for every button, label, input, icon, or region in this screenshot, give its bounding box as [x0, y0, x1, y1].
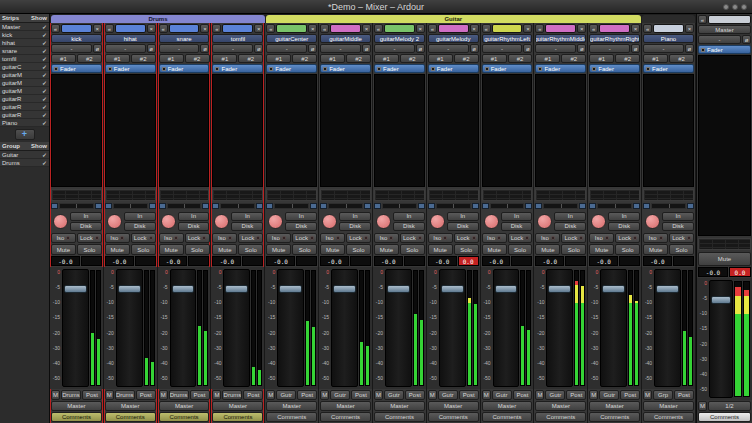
solo-lock-button[interactable]: Lock	[669, 233, 694, 243]
input-button[interactable]: -	[482, 44, 523, 53]
show-checkbox[interactable]: ✓	[42, 63, 47, 70]
panner[interactable]	[212, 202, 263, 210]
narrow-toggle-icon[interactable]: «	[698, 15, 707, 24]
pan-track[interactable]	[167, 203, 202, 209]
io1-button[interactable]: #1	[374, 54, 399, 63]
gain-display[interactable]: -0.0	[428, 256, 457, 266]
gain-fader[interactable]	[385, 269, 412, 387]
trim-knob[interactable]	[430, 214, 445, 229]
metering-button[interactable]: M	[212, 390, 221, 400]
metering-button[interactable]: M	[266, 390, 275, 400]
group-tab[interactable]: Drums	[51, 15, 265, 23]
gain-fader[interactable]	[654, 269, 681, 387]
peak-display[interactable]	[242, 256, 263, 266]
input-button[interactable]: -	[428, 44, 469, 53]
io2-button[interactable]: #2	[77, 54, 102, 63]
io1-button[interactable]: #1	[535, 54, 560, 63]
mute-button[interactable]: Mute	[105, 244, 130, 255]
fader-processor-entry[interactable]: Fader	[589, 64, 640, 73]
add-strip-button[interactable]: +	[15, 129, 35, 140]
comments-button[interactable]: Comments	[212, 412, 263, 422]
input-button[interactable]: -	[374, 44, 415, 53]
solo-isolate-button[interactable]: Iso	[159, 233, 184, 243]
monitor-input-button[interactable]: In	[554, 212, 586, 221]
solo-isolate-button[interactable]: Iso	[374, 233, 399, 243]
narrow-toggle-icon[interactable]: «	[589, 24, 598, 33]
solo-button[interactable]: Solo	[400, 244, 425, 255]
mute-button[interactable]: Mute	[428, 244, 453, 255]
mute-button[interactable]: Mute	[51, 244, 76, 255]
pan-track[interactable]	[597, 203, 632, 209]
strip-color-bar[interactable]	[653, 24, 684, 33]
processor-led[interactable]	[377, 67, 381, 71]
sidebar-list-item[interactable]: tomfil✓	[0, 55, 49, 63]
output-button[interactable]: Master	[159, 401, 210, 411]
comments-button[interactable]: Comments	[105, 412, 156, 422]
input-button[interactable]: -	[535, 44, 576, 53]
processor-led[interactable]	[485, 67, 489, 71]
metering-button[interactable]: M	[643, 390, 652, 400]
strip-name-button[interactable]: guitarCenter	[266, 34, 317, 43]
fader-handle[interactable]	[387, 285, 410, 293]
fader-processor-entry[interactable]: Fader	[374, 64, 425, 73]
show-checkbox[interactable]: ✓	[42, 71, 47, 78]
processor-box[interactable]	[535, 74, 586, 187]
group-button[interactable]: Gutr	[384, 390, 404, 400]
sidebar-list-item[interactable]: Piano✓	[0, 119, 49, 127]
show-checkbox[interactable]: ✓	[42, 55, 47, 62]
solo-lock-button[interactable]: Lock	[508, 233, 533, 243]
comments-button[interactable]: Comments	[374, 412, 425, 422]
comments-button[interactable]: Comments	[589, 412, 640, 422]
output-routing-grid[interactable]	[643, 189, 694, 201]
output-button[interactable]: Master	[212, 401, 263, 411]
gain-display[interactable]: -0.0	[212, 256, 241, 266]
processor-box[interactable]	[320, 74, 371, 187]
peak-display[interactable]: 0.0	[458, 256, 479, 266]
phase-icon[interactable]: ø	[200, 44, 209, 53]
io1-button[interactable]: #1	[51, 54, 76, 63]
peak-display[interactable]	[81, 256, 102, 266]
fader-processor-entry[interactable]: Fader	[428, 64, 479, 73]
sidebar-list-item[interactable]: kick✓	[0, 31, 49, 39]
processor-box[interactable]	[589, 74, 640, 187]
strip-color-bar[interactable]	[384, 24, 415, 33]
peak-display[interactable]: 0.0	[729, 267, 751, 277]
io2-button[interactable]: #2	[346, 54, 371, 63]
strip-color-bar[interactable]	[61, 24, 92, 33]
output-button[interactable]: Master	[266, 401, 317, 411]
processor-led[interactable]	[538, 67, 542, 71]
io2-button[interactable]: #2	[615, 54, 640, 63]
fader-processor-entry[interactable]: Fader	[51, 64, 102, 73]
show-checkbox[interactable]: ✓	[42, 151, 47, 158]
panner[interactable]	[535, 202, 586, 210]
phase-icon[interactable]: ø	[742, 35, 751, 44]
output-button[interactable]: 1/2	[708, 401, 751, 411]
group-button[interactable]: Gutr	[276, 390, 296, 400]
phase-icon[interactable]: ø	[470, 44, 479, 53]
trim-knob[interactable]	[484, 214, 499, 229]
close-icon[interactable]: ×	[523, 24, 532, 33]
fader-handle[interactable]	[441, 285, 464, 293]
output-button[interactable]: Master	[428, 401, 479, 411]
metering-button[interactable]: M	[159, 390, 168, 400]
comments-button[interactable]: Comments	[482, 412, 533, 422]
input-button[interactable]: -	[320, 44, 361, 53]
io1-button[interactable]: #1	[105, 54, 130, 63]
solo-button[interactable]: Solo	[508, 244, 533, 255]
solo-lock-button[interactable]: Lock	[185, 233, 210, 243]
comments-button[interactable]: Comments	[266, 412, 317, 422]
narrow-toggle-icon[interactable]: «	[266, 24, 275, 33]
meter-point-button[interactable]: Post	[82, 390, 102, 400]
panner[interactable]	[589, 202, 640, 210]
sidebar-list-item[interactable]: Master✓	[0, 23, 49, 31]
trim-knob[interactable]	[537, 214, 552, 229]
trim-knob[interactable]	[645, 214, 660, 229]
narrow-toggle-icon[interactable]: «	[374, 24, 383, 33]
fader-handle[interactable]	[711, 296, 731, 304]
panner[interactable]	[428, 202, 479, 210]
show-checkbox[interactable]: ✓	[42, 159, 47, 166]
output-button[interactable]: Master	[535, 401, 586, 411]
solo-isolate-button[interactable]: Iso	[212, 233, 237, 243]
show-checkbox[interactable]: ✓	[42, 23, 47, 30]
output-routing-grid[interactable]	[159, 189, 210, 201]
